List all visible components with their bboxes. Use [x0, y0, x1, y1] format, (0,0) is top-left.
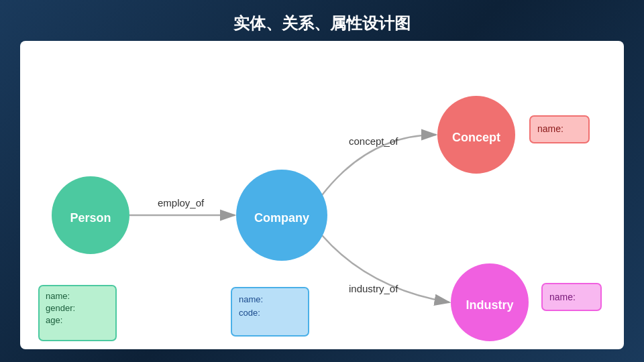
page-title: 实体、关系、属性设计图 [233, 13, 411, 34]
industry-label: Industry [466, 298, 513, 312]
concept-of-label: concept_of [349, 135, 398, 147]
person-attr-age: age: [46, 315, 62, 325]
person-label: Person [70, 211, 111, 225]
company-label: Company [254, 211, 309, 225]
person-attr-gender: gender: [46, 303, 75, 313]
industry-name-label: name: [549, 292, 576, 302]
industry-of-label: industry_of [349, 283, 398, 294]
company-attr-code: code: [239, 308, 260, 318]
concept-name-label: name: [537, 123, 564, 134]
diagram-container: employ_of concept_of industry_of Person … [20, 41, 624, 349]
company-attr-name: name: [239, 294, 263, 304]
concept-label: Concept [452, 131, 500, 144]
person-attr-name: name: [46, 291, 70, 301]
employ-of-label: employ_of [158, 197, 205, 208]
